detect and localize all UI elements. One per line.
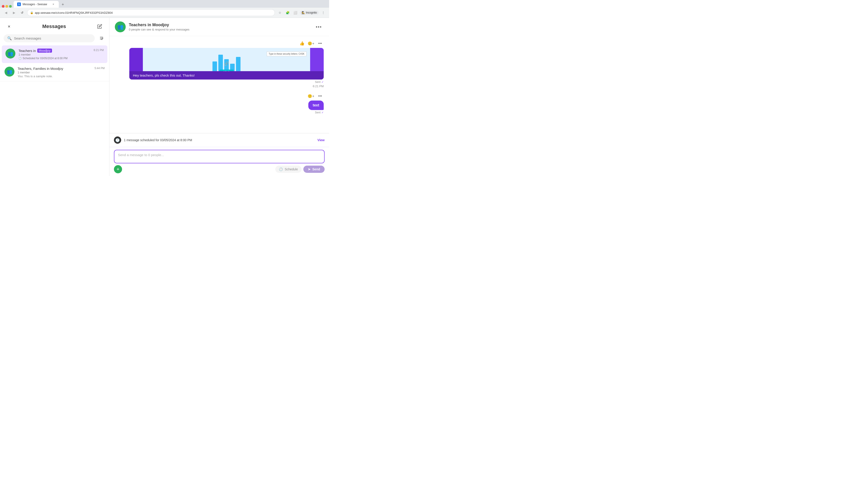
conv-scheduled-1: 🕐 Scheduled for 03/05/2024 at 8:00 PM [19,57,90,60]
address-bar: ◀ ▶ ↺ 🔒 app.seesaw.me/c/conv.01HR4FNQSKJ… [0,8,329,18]
conv-preview-2: You: This is a sample note. [18,74,91,78]
chat-main: 👥 Teachers in Moodjoy 0 people can see &… [110,18,329,176]
input-box: Send a message to 0 people... [114,150,324,163]
add-attachment-btn[interactable]: + [114,165,122,173]
input-placeholder: Send a message to 0 people... [118,153,320,157]
chat-header-info: Teachers in Moodjoy 0 people can see & r… [129,23,311,31]
link-icon: 🔗 [224,61,229,66]
emoji-add-icon-2: 🙂+ [308,94,314,98]
win-close-btn[interactable] [2,5,4,8]
chat-header-sub: 0 people can see & respond to your messa… [129,28,311,31]
conv-time-2: 5:44 PM [94,67,105,70]
chat-header-name: Teachers in Moodjoy [129,23,311,27]
sent-check-2: ✓ [321,111,324,114]
avatar-icon-2: 👥 [7,69,12,74]
back-btn[interactable]: ◀ [3,9,9,16]
sidebar-close-btn[interactable]: × [5,23,13,30]
forward-btn[interactable]: ▶ [11,9,17,16]
extensions-icon[interactable]: 🧩 [284,9,291,16]
win-min-btn[interactable] [5,5,8,8]
compose-icon [97,24,102,29]
input-toolbar: + 🕐 Schedule ➤ Send [114,165,324,173]
chat-header: 👥 Teachers in Moodjoy 0 people can see &… [110,18,329,36]
sidebar: × Messages 🔍 [0,18,110,176]
url-bar[interactable]: 🔒 app.seesaw.me/c/conv.01HR4FNQSKJRF4332… [27,9,275,16]
chat-more-btn[interactable]: ••• [314,24,324,31]
conversation-list: 👥 Teachers in Moodjoy 1 member 🕐 Schedul… [0,45,109,176]
send-icon: ➤ [308,167,311,171]
conv-scheduled-text-1: Scheduled for 03/05/2024 at 8:00 PM [23,57,68,60]
conv-name-plain-1: Teachers in [19,49,36,53]
bar-5 [236,57,241,73]
message-1-actions: 👍 🙂+ ••• [298,40,324,47]
conv-name-highlight-1: Moodjoy [37,48,52,53]
browser-chrome: S Messages - Seesaw × + ◀ ▶ ↺ 🔒 app.sees… [0,0,329,18]
message-media-1[interactable]: Type in these security letters: C4SK SEN… [129,48,324,79]
sidebar-toggle-icon[interactable]: ⬜ [292,9,298,16]
conv-name-1: Teachers in Moodjoy [19,48,90,53]
message-input-area: Send a message to 0 people... + 🕐 Schedu… [110,147,329,176]
tab-title: Messages - Seesaw [23,3,47,6]
filter-btn[interactable] [97,34,105,42]
conv-member-count-1: 1 member [19,53,31,56]
schedule-btn[interactable]: 🕐 Schedule [275,166,301,173]
text-bubble: text [308,101,324,110]
scheduled-clock-icon: 🕐 [115,138,120,142]
sent-check-1: ✓ [321,80,324,84]
message-more-btn[interactable]: ••• [316,40,324,47]
schedule-label: Schedule [285,167,298,171]
send-btn[interactable]: ➤ Send [303,166,324,173]
refresh-btn[interactable]: ↺ [19,9,25,16]
active-tab[interactable]: S Messages - Seesaw × [13,1,59,8]
schedule-clock-icon: 🕐 [279,167,283,171]
conversation-item-1[interactable]: 👥 Teachers in Moodjoy 1 member 🕐 Schedul… [2,45,107,63]
compose-btn[interactable] [96,22,104,31]
conv-content-2: Teachers, Families in Moodjoy 1 member Y… [18,67,91,78]
sent-status-2: Sent ✓ [315,111,324,114]
svg-point-4 [101,39,102,39]
svg-point-2 [102,38,103,38]
msg-timestamp-1: 6:21 PM [313,85,324,88]
search-input[interactable] [14,36,91,40]
sent-label-2: Sent [315,111,320,114]
sidebar-title: Messages [16,24,93,29]
app-container: × Messages 🔍 [0,18,329,176]
message-2: 🙂+ ••• text Sent ✓ [115,92,324,114]
tab-close-btn[interactable]: × [52,2,55,6]
conv-time-1: 6:21 PM [94,48,104,52]
conv-avatar-1: 👥 [5,48,16,59]
scheduled-icon: 🕐 [114,136,121,144]
scheduled-banner: 🕐 1 message scheduled for 03/05/2024 at … [110,133,329,147]
bookmark-icon[interactable]: ☆ [277,9,283,16]
chat-header-avatar-icon: 👥 [117,24,123,30]
new-tab-btn[interactable]: + [60,1,66,8]
message-more-btn-2[interactable]: ••• [316,92,324,100]
scheduled-view-btn[interactable]: View [317,138,324,142]
reaction-emoji-btn-2[interactable]: 🙂+ [307,92,315,100]
search-icon: 🔍 [7,36,12,40]
win-max-btn[interactable] [9,5,12,8]
message-more-icon-2: ••• [318,94,322,98]
message-more-icon: ••• [318,41,322,45]
search-input-wrap: 🔍 [4,34,95,42]
conv-meta-1: 1 member [19,53,90,56]
reaction-emoji-btn[interactable]: 🙂+ [307,40,315,47]
media-caption: Hey teachers, pls check this out. Thanks… [129,71,324,79]
url-text: app.seesaw.me/c/conv.01HR4FNQSKJRF4332PS… [35,11,113,14]
browser-menu-btn[interactable]: ⋮ [320,9,327,16]
conv-name-2: Teachers, Families in Moodjoy [18,67,91,70]
chat-header-avatar: 👥 [115,22,126,32]
emoji-add-icon: 🙂+ [308,41,314,46]
conv-avatar-2: 👥 [4,67,14,76]
conv-meta-2: 1 member [18,71,91,74]
sent-label-1: Sent [315,80,320,84]
incognito-badge[interactable]: 🕵 Incognito [300,11,319,15]
media-image-1: Type in these security letters: C4SK SEN… [129,48,324,79]
incognito-icon: 🕵 [302,11,305,14]
clock-icon-1: 🕐 [19,57,22,60]
reaction-thumbsup-btn[interactable]: 👍 [298,40,306,47]
conv-name-text-2: Teachers, Families in Moodjoy [18,67,63,70]
captcha-overlay: Type in these security letters: C4SK [267,52,307,56]
search-bar: 🔍 [4,34,105,42]
conversation-item-2[interactable]: 👥 Teachers, Families in Moodjoy 1 member… [0,64,109,81]
